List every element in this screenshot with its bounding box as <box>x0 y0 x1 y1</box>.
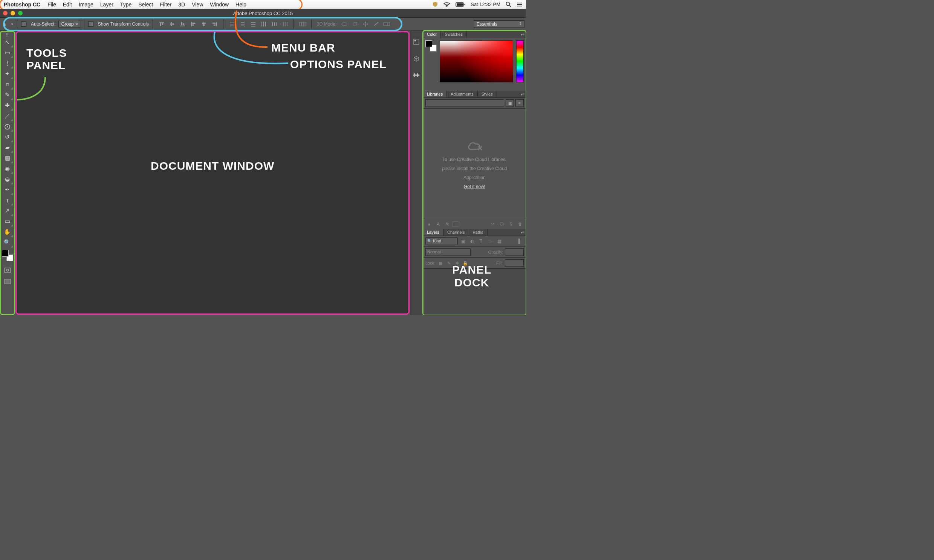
align-right-icon[interactable] <box>210 20 219 29</box>
align-top-icon[interactable] <box>157 20 167 29</box>
current-tool-icon[interactable]: ▾ <box>3 22 13 27</box>
slide-3d-icon[interactable] <box>371 20 381 29</box>
eraser-tool[interactable]: ▰ <box>2 142 13 153</box>
dist-left-icon[interactable] <box>259 20 269 29</box>
wifi-icon[interactable] <box>443 2 450 7</box>
tools-grip[interactable]: ⠿ <box>0 32 15 36</box>
lock-position-icon[interactable]: ✥ <box>454 261 460 266</box>
lib-add-color-icon[interactable] <box>452 221 459 226</box>
libraries-list-view[interactable]: ≡ <box>516 99 524 107</box>
menu-select[interactable]: Select <box>135 2 156 8</box>
filter-shape-icon[interactable]: ▭ <box>486 238 494 244</box>
libraries-panel-flyout[interactable]: ▾≡ <box>519 91 526 97</box>
clock-text[interactable]: Sat 12:32 PM <box>471 2 500 7</box>
tab-paths[interactable]: Paths <box>469 229 488 235</box>
tab-swatches[interactable]: Swatches <box>441 31 467 38</box>
gradient-tool[interactable]: ▦ <box>2 153 13 163</box>
tab-color[interactable]: Color <box>423 31 441 38</box>
lock-paint-icon[interactable]: ✎ <box>446 261 452 266</box>
menu-edit[interactable]: Edit <box>60 2 76 8</box>
quick-select-tool[interactable]: ✦ <box>2 69 13 79</box>
libraries-grid-view[interactable]: ▦ <box>506 99 514 107</box>
window-titlebar[interactable]: Adobe Photoshop CC 2015 <box>0 9 526 17</box>
lib-link-icon[interactable]: ⎘ <box>507 220 515 227</box>
zoom-3d-icon[interactable] <box>382 20 391 29</box>
tab-adjustments[interactable]: Adjustments <box>447 91 478 97</box>
history-brush-tool[interactable]: ↺ <box>2 132 13 142</box>
align-bottom-icon[interactable] <box>178 20 188 29</box>
fill-field[interactable] <box>505 259 524 267</box>
layer-list[interactable] <box>423 269 526 315</box>
filter-toggle-icon[interactable]: ▌ <box>516 238 524 244</box>
auto-align-icon[interactable] <box>298 20 307 29</box>
libraries-get-link[interactable]: Get it now! <box>464 184 485 189</box>
roll-3d-icon[interactable] <box>350 20 360 29</box>
layer-filter-dropdown[interactable]: 🔍 Kind <box>425 237 458 245</box>
tab-layers[interactable]: Layers <box>423 229 443 235</box>
brush-tool[interactable]: ／ <box>2 111 13 121</box>
fg-bg-swatches[interactable] <box>2 250 13 261</box>
menu-image[interactable]: Image <box>76 2 97 8</box>
align-left-icon[interactable] <box>188 20 198 29</box>
opacity-field[interactable] <box>505 248 524 256</box>
menu-window[interactable]: Window <box>207 2 232 8</box>
menu-type[interactable]: Type <box>117 2 135 8</box>
filter-type-icon[interactable]: T <box>477 238 485 244</box>
screen-mode-toggle[interactable] <box>2 276 13 287</box>
color-panel-swatches[interactable] <box>425 40 437 52</box>
dist-vmid-icon[interactable] <box>238 20 247 29</box>
marquee-tool[interactable]: ▭ <box>2 48 13 58</box>
clone-stamp-tool[interactable]: ⨀ <box>2 121 13 132</box>
crop-tool[interactable]: ⧈ <box>2 79 13 89</box>
tab-styles[interactable]: Styles <box>478 91 497 97</box>
pen-tool[interactable]: ✒ <box>2 185 13 195</box>
menu-layer[interactable]: Layer <box>97 2 117 8</box>
type-tool[interactable]: T <box>2 195 13 206</box>
dist-bottom-icon[interactable] <box>248 20 258 29</box>
properties-panel-icon[interactable] <box>412 72 420 80</box>
spot-heal-tool[interactable]: ✚ <box>2 100 13 111</box>
show-transform-checkbox[interactable] <box>88 22 93 27</box>
tab-channels[interactable]: Channels <box>443 229 469 235</box>
3d-panel-icon[interactable] <box>413 55 420 63</box>
dist-right-icon[interactable] <box>280 20 290 29</box>
lock-transparent-icon[interactable]: ▦ <box>437 261 443 266</box>
pan-3d-icon[interactable] <box>361 20 371 29</box>
lib-info-icon[interactable]: ⓘ <box>498 220 506 227</box>
battery-icon[interactable] <box>455 2 465 7</box>
zoom-tool[interactable]: 🔍 <box>2 237 13 248</box>
lib-add-fx-icon[interactable]: fx <box>443 220 451 227</box>
filter-smart-icon[interactable]: ▦ <box>496 238 503 244</box>
menu-help[interactable]: Help <box>232 2 250 8</box>
menu-3d[interactable]: 3D <box>175 2 188 8</box>
hue-slider[interactable] <box>516 40 524 82</box>
spotlight-icon[interactable] <box>506 2 511 7</box>
quick-mask-toggle[interactable] <box>2 265 13 275</box>
lock-all-icon[interactable]: 🔒 <box>462 261 468 266</box>
auto-select-checkbox[interactable] <box>21 22 26 27</box>
lib-add-graphic-icon[interactable]: ▲ <box>425 220 433 227</box>
blend-mode-dropdown[interactable]: Normal <box>425 248 471 256</box>
history-panel-icon[interactable] <box>413 38 420 46</box>
document-window[interactable] <box>16 32 409 314</box>
workspace-dropdown[interactable]: Essentials <box>474 20 525 28</box>
dodge-tool[interactable]: ◒ <box>2 174 13 185</box>
lib-sync-icon[interactable]: ⟳ <box>489 220 497 227</box>
lasso-tool[interactable]: ⟆ <box>2 58 13 69</box>
menu-extra-icon[interactable] <box>517 2 522 7</box>
auto-select-mode-dropdown[interactable]: Group <box>59 21 80 28</box>
tab-libraries[interactable]: Libraries <box>423 91 447 97</box>
orbit-3d-icon[interactable] <box>340 20 349 29</box>
hand-tool[interactable]: ✋ <box>2 226 13 237</box>
menu-view[interactable]: View <box>188 2 207 8</box>
path-select-tool[interactable]: ↗ <box>2 206 13 216</box>
dist-top-icon[interactable] <box>227 20 237 29</box>
menu-file[interactable]: File <box>44 2 60 8</box>
menu-filter[interactable]: Filter <box>156 2 175 8</box>
filter-adjust-icon[interactable]: ◐ <box>468 238 476 244</box>
move-tool[interactable]: ↖ <box>2 37 13 48</box>
layers-panel-flyout[interactable]: ▾≡ <box>519 229 526 235</box>
align-vmid-icon[interactable] <box>167 20 177 29</box>
color-fg-swatch[interactable] <box>425 40 432 47</box>
lib-trash-icon[interactable]: 🗑 <box>516 220 524 227</box>
